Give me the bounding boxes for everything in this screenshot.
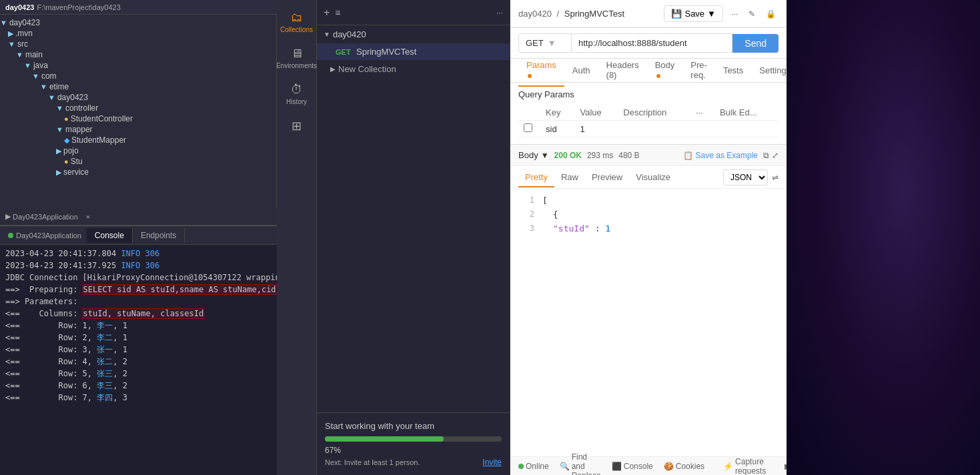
tree-item-pojo[interactable]: ▶ pojo — [0, 145, 276, 156]
json-content: "stuId" : 1 — [553, 222, 610, 236]
save-button[interactable]: 💾 Save ▼ — [664, 5, 723, 22]
tab-settings[interactable]: Settings — [751, 60, 787, 82]
tree-item-main[interactable]: ▼ main — [0, 49, 276, 60]
expand-response-button[interactable]: ⤢ — [772, 151, 779, 160]
run-button[interactable]: ▶ Day0423Application — [5, 212, 78, 221]
sidebar-icon-new[interactable]: ⊞ — [278, 113, 316, 140]
tree-item-java[interactable]: ▼ java — [0, 60, 276, 71]
console-line: <== Row: 3, 张一, 1 — [5, 344, 272, 356]
tree-item-stu[interactable]: ● Stu — [0, 156, 276, 167]
stars-background — [787, 0, 980, 475]
response-area: Body ▼ 200 OK 293 ms 480 B 📋 Save as Exa… — [510, 144, 787, 475]
folder-icon: ▼ — [16, 51, 23, 59]
console-tab[interactable]: Console — [87, 228, 133, 243]
console-bottom-button[interactable]: ⬛ Console — [612, 462, 653, 471]
query-params-table: Key Value Description ··· Bulk Ed... sid… — [518, 105, 779, 137]
query-params-section: Query Params Key Value Description ··· B… — [510, 83, 787, 144]
tree-item-service[interactable]: ▶ service — [0, 167, 276, 177]
breadcrumb: day0420 / SpringMVCTest — [518, 9, 624, 19]
response-tab-pretty[interactable]: Pretty — [518, 168, 554, 187]
description-column-header: Description — [618, 105, 690, 121]
copy-response-button[interactable]: ⧉ — [763, 151, 769, 160]
environments-label: Environments — [277, 62, 317, 69]
run-icon: ▶ — [5, 212, 11, 221]
body-label: Body — [518, 150, 538, 160]
folder-icon: ▼ — [0, 19, 7, 27]
tree-item-student-mapper[interactable]: ◆ StudentMapper — [0, 135, 276, 145]
search-icon: 🔍 — [560, 462, 570, 471]
tree-item-student-controller[interactable]: ● StudentController — [0, 113, 276, 124]
add-collection-button[interactable]: + — [324, 7, 330, 19]
console-line: <== Row: 7, 李四, 3 — [5, 392, 272, 404]
online-status: Online — [518, 462, 549, 471]
tree-item-day0423-pkg[interactable]: ▼ day0423 — [0, 92, 276, 103]
new-collection-label: New Collection — [338, 64, 396, 74]
sidebar-icon-environments[interactable]: 🖥 Environments — [278, 41, 316, 75]
sidebar-icon-collections[interactable]: 🗂 Collections — [278, 5, 316, 39]
response-tabs: Pretty Raw Preview Visualize JSON HTML T… — [510, 166, 787, 189]
console-line: JDBC Connection [HikariProxyConnection@1… — [5, 272, 272, 284]
edit-button[interactable]: ✎ — [746, 7, 758, 21]
folder-icon: ▼ — [24, 61, 31, 69]
run-app-label: Day0423Application — [16, 231, 81, 240]
lock-button[interactable]: 🔒 — [763, 7, 779, 21]
console-icon: ⬛ — [612, 462, 622, 471]
find-replace-button[interactable]: 🔍 Find and Replace — [560, 452, 601, 476]
tree-item-mapper[interactable]: ▼ mapper — [0, 124, 276, 135]
save-example-button[interactable]: 📋 Save as Example — [683, 151, 758, 160]
run-tab-close[interactable]: × — [86, 213, 90, 221]
invite-link[interactable]: Invite — [482, 458, 502, 467]
tab-params[interactable]: Params — [518, 55, 564, 87]
breadcrumb-parent: day0420 — [518, 9, 552, 19]
breadcrumb-current: SpringMVCTest — [564, 9, 624, 19]
new-collection-row[interactable]: ▶ New Collection — [317, 60, 510, 78]
send-button[interactable]: Send — [732, 34, 779, 53]
param-value[interactable]: 1 — [575, 121, 618, 137]
collections-more-button[interactable]: ··· — [496, 8, 503, 17]
tab-auth[interactable]: Auth — [564, 60, 598, 82]
response-tab-preview[interactable]: Preview — [585, 168, 629, 187]
response-tab-raw[interactable]: Raw — [554, 168, 585, 187]
capture-requests-button[interactable]: ⚡ Capture requests — [723, 457, 766, 476]
request-item-springmvctest[interactable]: GET SpringMVCTest — [317, 43, 510, 60]
tree-item-etime[interactable]: ▼ etime — [0, 81, 276, 92]
collection-arrow-icon: ▼ — [324, 31, 330, 38]
folder-icon: ▼ — [8, 40, 15, 48]
tab-prereq[interactable]: Pre-req. — [682, 55, 715, 87]
tree-item-day0423[interactable]: ▼ day0423 — [0, 17, 276, 28]
collection-day0420[interactable]: ▼ day0420 — [317, 25, 510, 43]
list-view-button[interactable]: ≡ — [335, 7, 340, 18]
json-line-3: 3 "stuId" : 1 — [518, 222, 779, 236]
method-select[interactable]: GET ▼ — [518, 33, 572, 53]
cookies-button[interactable]: 🍪 Cookies — [664, 457, 704, 476]
response-tab-visualize[interactable]: Visualize — [629, 168, 677, 187]
sidebar-icon-history[interactable]: ⏱ History — [278, 77, 316, 111]
postman-main-panel: day0420 / SpringMVCTest 💾 Save ▼ ··· ✎ 🔒 — [510, 0, 787, 475]
history-icon: ⏱ — [291, 83, 303, 97]
progress-info: 67% — [325, 446, 502, 455]
tree-item-com[interactable]: ▼ com — [0, 71, 276, 81]
endpoints-tab[interactable]: Endpoints — [133, 228, 185, 243]
tree-item-controller[interactable]: ▼ controller — [0, 103, 276, 113]
param-key[interactable]: sid — [540, 121, 575, 137]
folder-icon: ▼ — [56, 125, 63, 133]
dark-background-panel — [787, 0, 980, 475]
new-tab-icon: ⊞ — [292, 119, 302, 133]
folder-icon: ▼ — [32, 72, 39, 80]
param-description[interactable] — [618, 121, 690, 137]
tree-item-mvn[interactable]: ▶ .mvn — [0, 28, 276, 39]
json-line-1: 1 [ — [518, 194, 779, 208]
tab-body[interactable]: Body — [647, 55, 683, 87]
ide-run-bar: ▶ Day0423Application × — [0, 208, 277, 225]
tab-headers[interactable]: Headers (8) — [598, 55, 647, 87]
wrap-button[interactable]: ⇌ — [772, 173, 779, 182]
run-tab-label: Day0423Application — [13, 213, 78, 221]
tab-tests[interactable]: Tests — [715, 60, 751, 82]
format-select[interactable]: JSON HTML Text — [723, 169, 768, 185]
tree-item-src[interactable]: ▼ src — [0, 39, 276, 49]
request-tabs: Params Auth Headers (8) Body Pre-req. Te… — [510, 59, 787, 83]
collections-icon: 🗂 — [291, 11, 303, 25]
url-input[interactable] — [572, 33, 732, 53]
more-options-button[interactable]: ··· — [728, 7, 741, 21]
param-checkbox[interactable] — [524, 123, 532, 132]
